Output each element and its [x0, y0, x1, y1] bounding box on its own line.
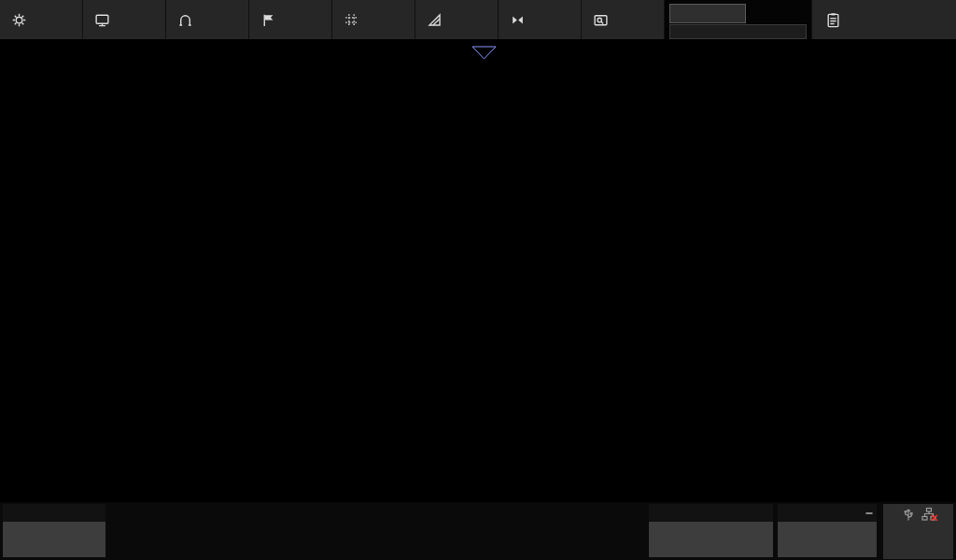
display-icon [94, 12, 110, 28]
trigger-coupling-badge [865, 512, 873, 514]
brand-status-tile [664, 0, 811, 39]
math-icon [510, 12, 526, 28]
oscilloscope-screen: C1 V [0, 0, 956, 560]
svg-text:V: V [35, 424, 43, 438]
channel1-tile[interactable] [3, 504, 105, 557]
lan-icon: ✕ [921, 507, 936, 522]
waveform-display[interactable]: C1 V [0, 39, 956, 502]
menu-item-power-analysis[interactable] [811, 0, 956, 39]
siglent-logo [669, 4, 746, 23]
menu-group [0, 0, 664, 39]
trigger-flag-icon [260, 12, 276, 28]
frequency-counter [669, 24, 807, 39]
power-analysis-icon [825, 12, 841, 28]
menu-item-trigger[interactable] [248, 0, 331, 39]
channel1-offset-marker[interactable]: C1 V [4, 420, 43, 438]
menu-item-utility[interactable] [0, 0, 82, 39]
timebase-tile[interactable] [649, 504, 773, 557]
analysis-icon [593, 12, 609, 28]
menu-item-analysis[interactable] [581, 0, 664, 39]
gear-icon [11, 12, 27, 28]
menu-item-display[interactable] [82, 0, 165, 39]
usb-icon [901, 507, 916, 522]
cursors-icon [344, 12, 359, 28]
measure-icon [427, 12, 443, 28]
lan-disconnected-icon: ✕ [929, 511, 938, 525]
trigger-level-marker[interactable] [937, 182, 950, 197]
menu-item-cursors[interactable] [331, 0, 415, 39]
menu-item-measure[interactable] [415, 0, 498, 39]
svg-text:C1: C1 [4, 420, 19, 433]
bottom-status-bar: ✕ [0, 502, 956, 560]
acquire-icon [177, 12, 193, 28]
top-menu-bar [0, 0, 956, 39]
trigger-tile[interactable] [778, 504, 877, 557]
system-status-tile[interactable]: ✕ [883, 504, 953, 559]
menu-item-acquire[interactable] [165, 0, 248, 39]
trigger-position-marker[interactable] [472, 47, 496, 59]
menu-item-math[interactable] [498, 0, 581, 39]
timebase-title [649, 504, 773, 522]
